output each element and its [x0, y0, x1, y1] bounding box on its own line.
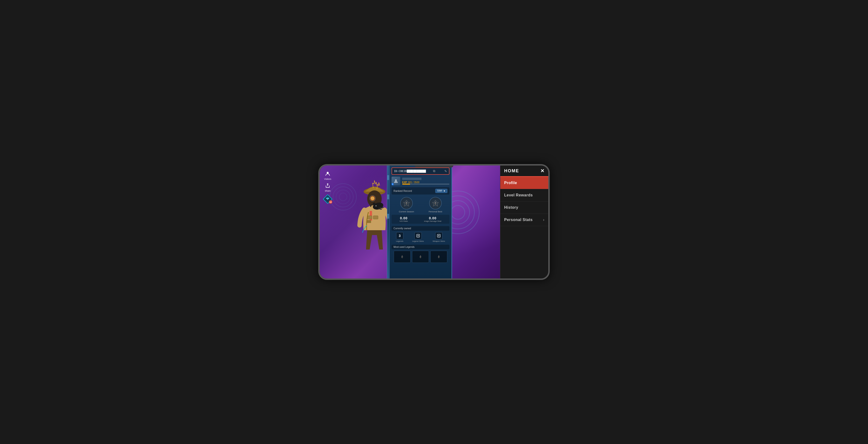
nav-personal-stats-label: Personal Stats	[504, 218, 533, 222]
damage-stat: 0.00 erage Damage Deal	[424, 216, 441, 222]
exp-bar-fill	[402, 184, 410, 185]
svg-rect-11	[367, 216, 372, 219]
visitors-icon	[324, 170, 331, 177]
legend-slot-2[interactable]	[412, 251, 429, 263]
facebook-badge: f	[392, 183, 394, 185]
damage-label: erage Damage Deal	[424, 220, 441, 222]
nav-level-rewards[interactable]: Level Rewards	[500, 189, 548, 202]
ranked-record-row: Ranked Record TPP ▼	[392, 187, 450, 195]
nav-arrow-icon: ›	[543, 218, 545, 222]
username-blurred	[402, 178, 422, 180]
share-icon	[324, 182, 331, 189]
right-sidebar: HOME ✕ Profile Level Rewards History Per…	[500, 166, 548, 278]
visitors-label: Visitors	[324, 178, 331, 180]
legend-skins-owned: Legend Skins	[412, 232, 424, 242]
legends-count-icon: 3	[396, 232, 403, 239]
exp-label: EXP	[402, 181, 407, 184]
personal-best-icon	[429, 197, 442, 209]
weapon-skins-icon	[435, 232, 442, 239]
diamond-badge[interactable]: 10	[322, 194, 333, 204]
nav-history-label: History	[504, 205, 518, 210]
weapon-skins-owned: Weapon Skins	[433, 232, 445, 242]
nav-history[interactable]: History	[500, 202, 548, 214]
tpp-text: TPP	[437, 189, 442, 192]
chevron-down-icon: ▼	[443, 190, 445, 192]
svg-point-17	[395, 179, 397, 181]
nav-profile-label: Profile	[504, 181, 517, 185]
legend-skins-label: Legend Skins	[412, 240, 424, 242]
personal-best-badge: Personal Best	[429, 197, 442, 213]
id-text: ID:CBE2D████████████	[394, 170, 426, 173]
left-ui-panel: Visitors Share	[322, 170, 333, 204]
legend-skins-icon	[414, 232, 422, 239]
id-bar: ID:CBE2D████████████ ⧉ ✎	[392, 168, 450, 175]
current-season-label: Current Season	[399, 210, 414, 213]
legends-label: Legends	[396, 240, 403, 242]
nav-level-rewards-label: Level Rewards	[504, 193, 533, 197]
phone-device: Visitors Share	[318, 164, 550, 280]
visitors-button[interactable]: Visitors	[322, 170, 333, 180]
tpp-select[interactable]: TPP ▼	[435, 189, 447, 193]
legend-slot-3[interactable]	[430, 251, 447, 263]
home-header: HOME ✕	[500, 166, 548, 177]
close-button[interactable]: ✕	[540, 168, 545, 174]
nav-personal-stats[interactable]: Personal Stats ›	[500, 214, 548, 226]
legends-owned: 3 Legends	[396, 232, 403, 242]
personal-best-label: Personal Best	[429, 210, 442, 213]
stats-row: 0.00 K/D Ratio 0.00 erage Damage Deal	[392, 215, 450, 224]
most-used-legends: Most used Legends	[392, 245, 450, 263]
owned-row: 3 Legends Legend Skins	[392, 232, 450, 242]
owned-title: Currently owned	[392, 226, 450, 231]
owned-section: Currently owned 3 Legends	[392, 226, 450, 242]
profile-panel: ID:CBE2D████████████ ⧉ ✎	[389, 166, 452, 278]
season-badges-row: Current Season Perso	[392, 197, 450, 213]
svg-rect-13	[367, 220, 371, 223]
legends-slots-row	[392, 251, 450, 263]
exp-row: EXP 581 / 3500	[402, 181, 450, 184]
kd-value: 0.00	[400, 216, 407, 220]
svg-point-4	[327, 172, 329, 174]
svg-rect-12	[373, 216, 378, 219]
svg-point-9	[371, 197, 374, 200]
phone-screen: Visitors Share	[320, 166, 548, 278]
nav-profile[interactable]: Profile	[500, 177, 548, 189]
share-button[interactable]: Share	[322, 182, 333, 192]
user-avatar: f	[392, 177, 400, 185]
nav-menu: Profile Level Rewards History Personal S…	[500, 177, 548, 226]
legends-title: Most used Legends	[392, 245, 450, 249]
user-details: EXP 581 / 3500	[402, 178, 450, 185]
kd-stat: 0.00 K/D Ratio	[400, 216, 408, 222]
exp-value: 581 / 3500	[408, 181, 419, 184]
current-season-badge: Current Season	[399, 197, 414, 213]
exp-bar-container	[402, 184, 450, 185]
share-label: Share	[325, 190, 331, 192]
kd-label: K/D Ratio	[400, 220, 408, 222]
ranked-label: Ranked Record	[394, 189, 412, 192]
weapon-skins-label: Weapon Skins	[433, 240, 445, 242]
damage-value: 0.00	[429, 216, 436, 220]
home-title: HOME	[504, 169, 519, 174]
badge-count: 10	[329, 200, 332, 204]
legend-slot-1[interactable]	[394, 251, 411, 263]
edit-icon[interactable]: ✎	[444, 169, 447, 173]
game-background: Visitors Share	[320, 166, 500, 278]
copy-icon[interactable]: ⧉	[433, 169, 435, 173]
user-info-row: f EXP 581 / 3500	[392, 177, 450, 185]
current-season-icon	[400, 197, 413, 209]
